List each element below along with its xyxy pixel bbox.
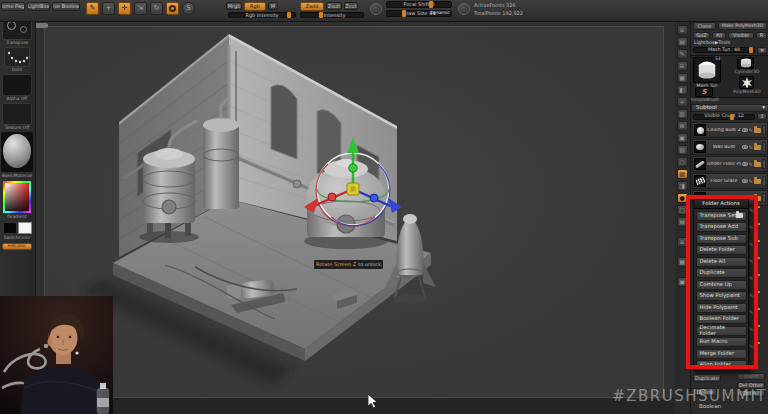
rgb-toggle[interactable]: Rgb	[244, 2, 266, 11]
primary-color-swatch[interactable]	[3, 222, 17, 234]
tool-name-slider[interactable]: Mash Tun. 48	[693, 47, 755, 53]
subtool-del-other-button[interactable]: Del Other	[737, 382, 765, 389]
tray-icon-2[interactable]: ✎	[677, 49, 688, 59]
pen-icon[interactable]: ✎	[749, 208, 753, 213]
eye-icon[interactable]	[742, 128, 748, 132]
viewport-canvas[interactable]	[36, 22, 675, 414]
tray-icon-12-active[interactable]: ▨	[677, 169, 688, 179]
tool-thumb-polymesh3d[interactable]	[739, 76, 754, 89]
tray-icon-4[interactable]: ▦	[677, 73, 688, 83]
make-polymesh3d-button[interactable]: Make PolyMesh3D	[718, 22, 767, 30]
clone-button[interactable]: Clone	[693, 22, 716, 30]
dynamic-sphere-icon[interactable]: S	[182, 2, 195, 15]
popup-item-hide-polypaint[interactable]: Hide Polypaint	[696, 303, 747, 313]
goz-all-button[interactable]: All	[712, 32, 726, 40]
tray-icon-5[interactable]: ◧	[677, 85, 688, 95]
subtool-duplicate-button[interactable]: Duplicate	[693, 374, 721, 382]
subtool-insert-button[interactable]: Insert	[737, 373, 765, 380]
z-intensity-nub[interactable]	[319, 12, 323, 18]
zadd-toggle[interactable]: Zadd	[300, 2, 324, 11]
popup-item-transpose-set[interactable]: Transpose Set	[696, 211, 747, 221]
goz-r-button[interactable]: R	[756, 32, 767, 40]
tool-options-button[interactable]: ≡	[757, 47, 767, 54]
lightbox-tools-link[interactable]: Lightbox▶Tools	[694, 41, 730, 46]
popup-item-align-folder[interactable]: Align Folder	[696, 360, 747, 370]
subtool-row[interactable]: Under Floor Pipe ✎	[692, 156, 768, 172]
folder-icon[interactable]	[754, 179, 761, 184]
document-area[interactable]	[44, 26, 664, 398]
popup-item-decimate-folder[interactable]: Decimate Folder	[696, 326, 747, 336]
tray-icon-14-active[interactable]: ●	[677, 193, 688, 203]
popup-item-boolean-folder[interactable]: Boolean Folder	[696, 314, 747, 324]
subtool-row[interactable]: Ceiling Bulb 2 ✎	[692, 122, 768, 138]
draw-icon[interactable]: +	[102, 2, 115, 15]
row-drag-handle[interactable]	[762, 176, 766, 186]
draw-size-slider[interactable]: Draw Size 44 Dynamic	[386, 10, 452, 17]
popup-item-combine-up[interactable]: Combine Up	[696, 280, 747, 290]
tray-icon-7[interactable]: ▥	[677, 109, 688, 119]
brush-preview-icon[interactable]	[370, 3, 382, 15]
sculptris-pro-icon[interactable]	[166, 2, 179, 15]
popup-item-transpose-sub[interactable]: Transpose Sub	[696, 234, 747, 244]
pen-icon[interactable]: ✎	[749, 344, 753, 349]
subtool-del-all-button[interactable]: Del All	[737, 390, 765, 397]
focal-shift-slider[interactable]: Focal Shift 0	[386, 1, 452, 8]
popup-item-run-macro[interactable]: Run Macro	[696, 337, 747, 347]
focal-shift-nub[interactable]	[429, 1, 433, 8]
eye-icon[interactable]	[742, 179, 748, 183]
row-drag-handle[interactable]	[762, 142, 766, 152]
tray-icon-3[interactable]: ⊞	[677, 61, 688, 71]
secondary-color-swatch[interactable]	[18, 222, 32, 234]
subtool-delete-button[interactable]: Delete	[693, 388, 717, 396]
goz-button[interactable]: GoZ	[693, 32, 710, 40]
tray-icon-1[interactable]: ▤	[677, 37, 688, 47]
move-icon[interactable]: ✛	[118, 2, 131, 15]
material-slot[interactable]	[1, 132, 33, 172]
subtool-section-header[interactable]: Subtool ▾	[691, 104, 768, 112]
scale-icon[interactable]: ⇲	[134, 2, 147, 15]
mrgb-toggle[interactable]: Mrgb	[226, 2, 242, 10]
live-boolean-button[interactable]: Live Boolean	[52, 2, 80, 11]
folder-icon[interactable]	[754, 145, 761, 150]
goz-visible-button[interactable]: Visible	[728, 32, 754, 40]
lightbox-button[interactable]: LightBox	[27, 2, 50, 11]
folder-icon[interactable]	[754, 128, 761, 133]
subtool-row[interactable]: Wall Bulb ✎	[692, 139, 768, 155]
tool-thumb-cylinder3d[interactable]	[737, 57, 754, 69]
home-page-button[interactable]: Home Page	[1, 2, 25, 11]
m-toggle[interactable]: M	[268, 2, 278, 10]
visible-count-slider[interactable]: Visible Count 12	[693, 114, 755, 120]
rgb-intensity-nub[interactable]	[287, 12, 291, 18]
edit-icon[interactable]: ✎	[86, 2, 99, 15]
pen-icon[interactable]: ✎	[749, 162, 753, 167]
tray-icon-9[interactable]: ▣	[677, 133, 688, 143]
pen-icon[interactable]: ✎	[749, 242, 753, 247]
tray-icon-17[interactable]: ≡	[677, 237, 688, 247]
pen-icon[interactable]: ✎	[749, 128, 753, 133]
pen-icon[interactable]: ✎	[749, 293, 753, 298]
dynamic-mode-button[interactable]: Dynamic	[430, 11, 450, 16]
pen-icon[interactable]: ✎	[749, 145, 753, 150]
pen-icon[interactable]: ✎	[749, 259, 753, 264]
zsub-toggle[interactable]: Zsub	[326, 2, 342, 10]
pen-icon[interactable]: ✎	[749, 327, 753, 332]
tray-icon-11[interactable]: ○	[677, 157, 688, 167]
tray-icon-10[interactable]: ▧	[677, 145, 688, 155]
row-drag-handle[interactable]	[762, 125, 766, 135]
visible-count-nub[interactable]	[730, 114, 734, 120]
popup-item-transpose-add[interactable]: Transpose Add	[696, 222, 747, 232]
draw-size-nub[interactable]	[402, 10, 406, 17]
pen-icon[interactable]: ✎	[749, 225, 753, 230]
popup-item-show-polypaint[interactable]: Show Polypaint	[696, 291, 747, 301]
zcut-toggle[interactable]: Zcut	[344, 2, 358, 10]
current-stroke-thumb[interactable]	[4, 47, 30, 67]
tray-icon-0[interactable]: ≡	[677, 25, 688, 35]
eye-icon[interactable]	[742, 145, 748, 149]
folder-icon[interactable]	[754, 162, 761, 167]
popup-item-delete-all[interactable]: Delete All	[696, 257, 747, 267]
tool-thumb-simplebrush[interactable]: S	[695, 87, 713, 97]
tool-slider-nub[interactable]	[749, 47, 753, 53]
subtool-list-options-button[interactable]: ↕	[757, 113, 767, 120]
tray-icon-16[interactable]: ▤	[677, 217, 688, 227]
z-intensity-slider[interactable]: Z Intensity	[300, 12, 364, 18]
